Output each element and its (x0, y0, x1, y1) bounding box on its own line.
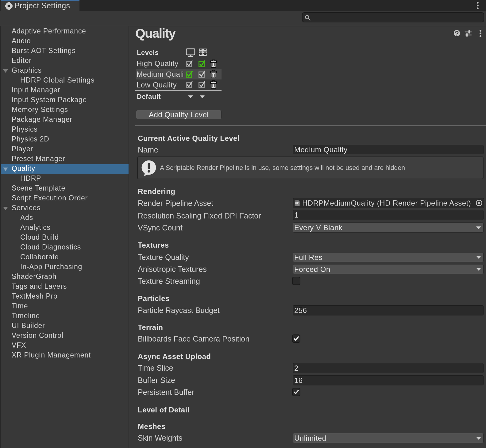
svg-text:HD: HD (295, 201, 300, 205)
